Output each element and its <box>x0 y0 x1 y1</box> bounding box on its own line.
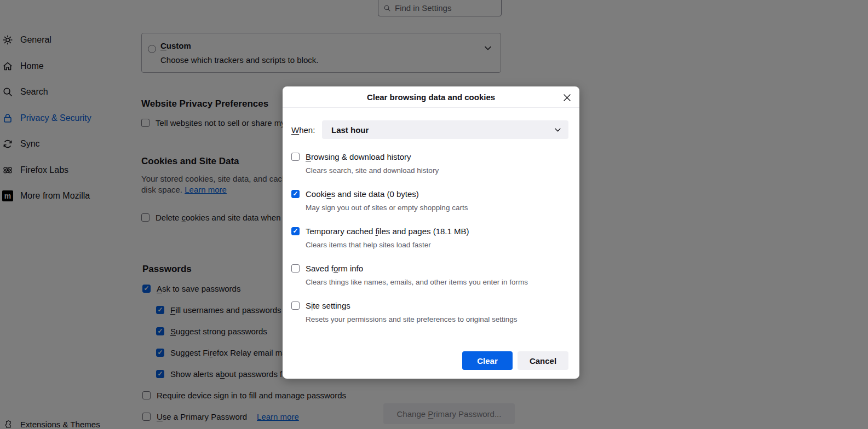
site-settings-checkbox[interactable] <box>291 302 300 310</box>
option-description: May sign you out of sites or empty shopp… <box>306 204 568 212</box>
when-select[interactable]: Last hour <box>322 120 568 139</box>
site-settings-item: Site settings Resets your permissions an… <box>291 301 568 323</box>
cancel-button[interactable]: Cancel <box>518 351 568 370</box>
cookies-site-data-item: Cookies and site data (0 bytes) May sign… <box>291 189 568 212</box>
option-description: Clears things like names, emails, and ot… <box>306 278 568 286</box>
checkbox-label: Saved form info <box>306 264 363 273</box>
checkbox-label: Cookies and site data (0 bytes) <box>306 189 419 199</box>
dialog-buttons: Clear Cancel <box>462 351 568 370</box>
dialog-header: Clear browsing data and cookies <box>283 86 579 108</box>
clear-browsing-data-dialog: Clear browsing data and cookies When: La… <box>283 86 579 379</box>
clear-data-options: Browsing & download history Clears searc… <box>291 152 568 323</box>
dialog-body: When: Last hour Browsing & download hist… <box>283 108 579 323</box>
dialog-title: Clear browsing data and cookies <box>367 92 495 102</box>
when-row: When: Last hour <box>291 120 568 139</box>
cached-files-checkbox[interactable] <box>291 227 300 235</box>
saved-form-info-item: Saved form info Clears things like names… <box>291 264 568 286</box>
close-button[interactable] <box>560 90 574 105</box>
cookies-site-data-checkbox[interactable] <box>291 190 300 198</box>
checkbox-label: Temporary cached files and pages (18.1 M… <box>306 227 469 236</box>
checkbox-label: Site settings <box>306 301 350 310</box>
checkbox-label: Browsing & download history <box>306 152 411 161</box>
chevron-down-icon <box>555 128 561 132</box>
close-icon <box>564 94 571 101</box>
browsing-history-item: Browsing & download history Clears searc… <box>291 152 568 175</box>
when-select-value: Last hour <box>331 125 369 135</box>
option-description: Clears search, site and download history <box>306 166 568 175</box>
cached-files-item: Temporary cached files and pages (18.1 M… <box>291 227 568 249</box>
clear-button[interactable]: Clear <box>462 351 513 370</box>
option-description: Resets your permissions and site prefere… <box>306 315 568 323</box>
saved-form-info-checkbox[interactable] <box>291 264 300 273</box>
browsing-history-checkbox[interactable] <box>291 153 300 161</box>
option-description: Clears items that help sites load faster <box>306 241 568 249</box>
firefox-settings-page: General Home Search Privacy & Security S… <box>0 0 868 429</box>
when-label: When: <box>291 125 317 135</box>
